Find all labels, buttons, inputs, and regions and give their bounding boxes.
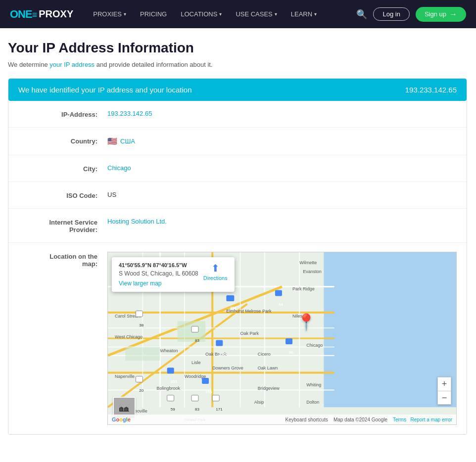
svg-text:394: 394 xyxy=(230,306,237,310)
svg-rect-59 xyxy=(167,395,174,401)
popup-address: S Wood St, Chicago, IL 60608 xyxy=(119,270,198,277)
coords-text: 41°50'55.9"N 87°40'16.5"W xyxy=(119,262,198,268)
svg-rect-1 xyxy=(324,252,456,407)
info-card: We have identified your IP address and y… xyxy=(8,78,467,435)
svg-text:Cicero: Cicero xyxy=(258,352,271,357)
svg-text:83: 83 xyxy=(195,407,199,412)
svg-text:290: 290 xyxy=(219,352,226,357)
main-content: Your IP Address Information We determine… xyxy=(0,28,475,462)
banner-ip: 193.233.142.65 xyxy=(405,86,457,94)
map-popup: 41°50'55.9"N 87°40'16.5"W S Wood St, Chi… xyxy=(112,257,235,292)
nav-links: PROXIES ▾ PRICING LOCATIONS ▾ USE CASES … xyxy=(88,7,322,21)
svg-text:Wheaton: Wheaton xyxy=(160,348,178,353)
ip-address-link[interactable]: your IP address xyxy=(49,61,95,68)
svg-text:Evanston: Evanston xyxy=(303,269,322,274)
logo[interactable]: ONE≡ PROXY xyxy=(10,8,73,21)
svg-rect-57 xyxy=(136,311,143,317)
svg-text:Bridgeview: Bridgeview xyxy=(258,386,280,391)
info-banner: We have identified your IP address and y… xyxy=(8,79,467,101)
map-popup-coords: 41°50'55.9"N 87°40'16.5"W S Wood St, Chi… xyxy=(119,262,228,287)
svg-text:Park Ridge: Park Ridge xyxy=(292,286,315,291)
svg-text:Lisle: Lisle xyxy=(191,360,201,365)
svg-text:83: 83 xyxy=(195,338,199,343)
chevron-down-icon: ▾ xyxy=(314,11,317,17)
search-button[interactable]: 🔍 xyxy=(356,9,367,20)
google-logo: Google xyxy=(112,416,131,422)
svg-rect-51 xyxy=(167,368,174,373)
map-zoom-controls: + − xyxy=(437,377,451,405)
map-footer: Google Keyboard shortcuts Map data ©2024… xyxy=(108,415,456,424)
navbar: ONE≡ PROXY PROXIES ▾ PRICING LOCATIONS ▾… xyxy=(0,0,476,28)
isp-row: Internet ServiceProvider: Hosting Soluti… xyxy=(8,209,467,243)
isp-value[interactable]: Hosting Solution Ltd. xyxy=(107,218,167,225)
svg-text:90: 90 xyxy=(289,350,293,355)
svg-text:171: 171 xyxy=(216,407,223,412)
isp-label: Internet ServiceProvider: xyxy=(18,218,107,233)
map-footer-info: Keyboard shortcuts Map data ©2024 Google… xyxy=(286,417,452,422)
nav-pricing[interactable]: PRICING xyxy=(135,7,172,21)
navbar-left: ONE≡ PROXY PROXIES ▾ PRICING LOCATIONS ▾… xyxy=(10,7,322,21)
chevron-down-icon: ▾ xyxy=(219,11,222,17)
nav-locations[interactable]: LOCATIONS ▾ xyxy=(176,7,227,21)
svg-rect-47 xyxy=(216,340,223,346)
arrow-icon: → xyxy=(449,10,457,19)
chevron-down-icon: ▾ xyxy=(275,11,277,17)
svg-text:355: 355 xyxy=(171,379,178,384)
svg-text:38: 38 xyxy=(139,323,143,327)
login-button[interactable]: Log in xyxy=(373,7,409,21)
svg-rect-20 xyxy=(125,347,160,361)
svg-rect-41 xyxy=(226,295,234,301)
svg-text:Wilmette: Wilmette xyxy=(299,260,317,265)
chevron-down-icon: ▾ xyxy=(124,11,126,17)
svg-rect-43 xyxy=(275,290,282,296)
country-value: 🇺🇸 США xyxy=(107,137,135,146)
iso-code-row: ISO Code: US xyxy=(8,182,467,209)
navbar-right: 🔍 Log in Sign up → xyxy=(356,7,466,22)
flag-icon: 🇺🇸 xyxy=(107,137,117,146)
svg-rect-61 xyxy=(212,395,219,401)
svg-text:Alsip: Alsip xyxy=(254,400,264,405)
svg-text:Downers Grove: Downers Grove xyxy=(212,366,243,370)
zoom-out-button[interactable]: − xyxy=(437,391,451,405)
map-pin: 📍 xyxy=(296,313,316,331)
ip-address-row: IP-Address: 193.233.142.65 xyxy=(8,101,467,128)
view-larger-map-link[interactable]: View larger map xyxy=(119,280,198,287)
svg-text:Dolton: Dolton xyxy=(306,400,319,405)
svg-text:355: 355 xyxy=(205,390,212,394)
country-label: Country: xyxy=(18,137,107,145)
svg-text:Naperville: Naperville xyxy=(115,374,135,379)
page-title: Your IP Address Information xyxy=(8,40,467,56)
map-container[interactable]: Addison Carol Stream West Chicago Wheato… xyxy=(107,252,457,425)
svg-text:Oak Lawn: Oak Lawn xyxy=(258,366,278,370)
nav-learn[interactable]: LEARN ▾ xyxy=(286,7,322,21)
city-value[interactable]: Chicago xyxy=(107,164,131,172)
nav-proxies[interactable]: PROXIES ▾ xyxy=(88,7,131,21)
directions-button[interactable]: ⬆ Directions xyxy=(203,262,228,281)
iso-code-value: US xyxy=(107,191,116,198)
ip-address-value[interactable]: 193.233.142.65 xyxy=(107,110,152,117)
zoom-in-button[interactable]: + xyxy=(437,377,451,391)
map-label: Location on themap: xyxy=(18,252,107,268)
banner-text: We have identified your IP address and y… xyxy=(18,86,192,94)
map-row: Location on themap: xyxy=(8,243,467,434)
signup-button[interactable]: Sign up → xyxy=(416,7,466,22)
svg-text:59: 59 xyxy=(171,407,175,412)
svg-rect-65 xyxy=(191,395,198,401)
directions-icon: ⬆ xyxy=(211,262,220,274)
svg-text:Chicago: Chicago xyxy=(306,343,323,348)
svg-text:Whiting: Whiting xyxy=(306,382,321,387)
svg-rect-63 xyxy=(191,326,198,332)
page-subtitle: We determine your IP address and provide… xyxy=(8,61,467,68)
logo-text: ONE≡ xyxy=(10,8,37,21)
svg-text:94: 94 xyxy=(279,302,283,307)
svg-rect-49 xyxy=(202,378,209,384)
nav-use-cases[interactable]: USE CASES ▾ xyxy=(231,7,282,21)
svg-rect-45 xyxy=(286,338,292,344)
svg-rect-53 xyxy=(136,376,143,382)
city-label: City: xyxy=(18,164,107,173)
svg-text:Bolingbrook: Bolingbrook xyxy=(157,386,181,391)
svg-text:Oak Park: Oak Park xyxy=(240,331,259,336)
svg-text:20: 20 xyxy=(139,388,143,393)
logo-proxy-text: PROXY xyxy=(39,8,73,20)
ip-address-label: IP-Address: xyxy=(18,110,107,118)
